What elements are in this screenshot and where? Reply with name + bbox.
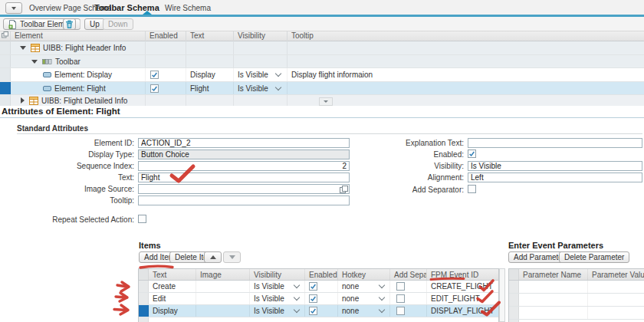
text-field[interactable] [138,172,350,182]
tree-row-uibb-flight-header-info[interactable]: UIBB: Flight Header Info [0,41,644,55]
visibility-field[interactable] [468,161,642,171]
uibb-icon [31,44,40,52]
enabled-label: Enabled: [322,150,464,159]
item-enabled-checkbox[interactable] [309,294,317,303]
items-col-fpm-event-id[interactable]: FPM Event ID [427,269,499,280]
tab-wire-schema[interactable]: Wire Schema [165,3,211,13]
item-enabled-checkbox[interactable] [309,307,317,315]
move-item-down-button[interactable] [223,251,241,263]
alignment-field[interactable] [468,172,642,182]
tree-row-element-display[interactable]: Element: Display Display Is Visible Disp… [0,68,644,82]
param-row-empty[interactable] [509,307,644,320]
item-hotkey-dropdown[interactable]: none [338,281,390,292]
explanation-text-field[interactable] [468,138,642,148]
visibility-dropdown[interactable]: Is Visible [234,68,288,81]
delete-element-button[interactable] [63,18,76,30]
up-button[interactable]: Up [84,18,105,30]
item-visibility-dropdown[interactable]: Is Visible [250,293,305,304]
new-element-icon [8,20,17,29]
row-selector[interactable] [509,281,519,293]
item-text: Edit [149,293,196,304]
item-add-separator-checkbox[interactable] [396,294,405,303]
param-col-value[interactable]: Parameter Value [588,269,644,280]
active-tab-notch [143,11,152,15]
visibility-dropdown[interactable]: Is Visible [234,82,288,94]
param-row-empty[interactable] [509,281,644,294]
delete-parameter-button[interactable]: Delete Parameter [559,251,629,263]
items-vertical-scrollbar[interactable] [499,268,505,322]
enabled-checkbox[interactable] [150,71,159,79]
element-id-field[interactable] [138,138,350,148]
items-col-enabled[interactable]: Enabled [305,269,338,280]
item-image [196,281,250,292]
column-header-enabled[interactable]: Enabled [146,31,186,41]
chevron-down-icon [379,282,385,288]
item-enabled-checkbox[interactable] [309,282,317,291]
move-item-up-button[interactable] [204,251,222,263]
item-add-separator-checkbox[interactable] [396,307,405,315]
column-header-tooltip[interactable]: Tooltip [288,31,644,41]
items-col-visibility[interactable]: Visibility [250,269,305,280]
expand-collapse-icon[interactable] [21,97,25,104]
item-hotkey-dropdown[interactable]: none [338,305,390,317]
triangle-up-icon [210,255,216,259]
repeat-selected-action-checkbox[interactable] [138,215,146,223]
row-selector[interactable] [0,41,11,54]
row-selector[interactable] [0,95,11,106]
red-underline-add-item [140,266,172,268]
items-col-image[interactable]: Image [196,269,250,280]
item-hotkey-dropdown[interactable]: none [338,293,390,304]
row-selector-selected[interactable] [139,305,149,317]
display-type-label: Display Type: [0,150,134,159]
column-header-text[interactable]: Text [186,31,234,41]
item-text: Create [149,281,196,292]
chevron-down-icon [12,7,16,10]
add-separator-checkbox[interactable] [468,185,476,193]
items-row-edit[interactable]: Edit Is Visible none EDIT_FLIGHT [139,293,498,305]
toolbar-node-icon [42,59,52,64]
tree-row-element-flight[interactable]: Element: Flight Flight Is Visible [0,82,644,95]
tree-node-label: UIBB: Flight Header Info [43,44,126,52]
tooltip-label: Tooltip: [0,196,134,205]
alignment-label: Alignment: [322,172,464,182]
attributes-section-title: Attributes of Element: Flight [2,107,120,116]
items-col-text[interactable]: Text [149,269,196,280]
visibility-value: Is Visible [254,294,284,303]
tooltip-field[interactable] [138,196,350,205]
down-button[interactable]: Down [103,18,133,30]
items-row-create[interactable]: Create Is Visible none CREATE_FLIGHT [139,281,498,293]
items-col-add-separator[interactable]: Add Sepa.. [390,269,427,280]
tree-toolbar: Toolbar Element Up Down [0,17,644,31]
sequence-index-field[interactable] [138,161,350,171]
scroll-down-indicator[interactable] [319,97,333,106]
row-selector[interactable] [0,55,11,67]
items-col-hotkey[interactable]: Hotkey [338,269,390,280]
tree-row-toolbar[interactable]: Toolbar [0,55,644,68]
uibb-icon [29,97,38,105]
item-visibility-dropdown[interactable]: Is Visible [250,281,305,292]
column-header-element[interactable]: Element [11,31,146,41]
items-row-display[interactable]: Display Is Visible none DISPLAY_FLIGHT [139,305,498,317]
item-add-separator-checkbox[interactable] [396,282,405,291]
param-col-name[interactable]: Parameter Name [519,269,588,280]
tree-table-header: Element Enabled Text Visibility Tooltip [0,31,644,41]
collapse-panel-button[interactable] [5,2,22,14]
expand-collapse-icon[interactable] [20,46,26,50]
image-source-field[interactable] [138,184,350,194]
enabled-checkbox[interactable] [150,84,159,93]
enabled-checkbox[interactable] [468,150,476,158]
row-selector[interactable] [0,68,11,81]
visibility-value: Is Visible [238,71,268,79]
row-selector[interactable] [509,307,519,319]
row-selector[interactable] [139,281,149,292]
row-selector[interactable] [509,294,519,306]
chevron-down-icon [275,84,281,90]
item-visibility-dropdown[interactable]: Is Visible [250,305,305,317]
column-header-visibility[interactable]: Visibility [234,31,288,41]
expand-collapse-icon[interactable] [31,60,38,64]
param-row-empty[interactable] [509,294,644,307]
row-selector[interactable] [139,293,149,304]
row-selector-selected[interactable] [0,82,11,94]
chevron-down-icon [379,307,385,313]
hotkey-value: none [342,282,359,291]
